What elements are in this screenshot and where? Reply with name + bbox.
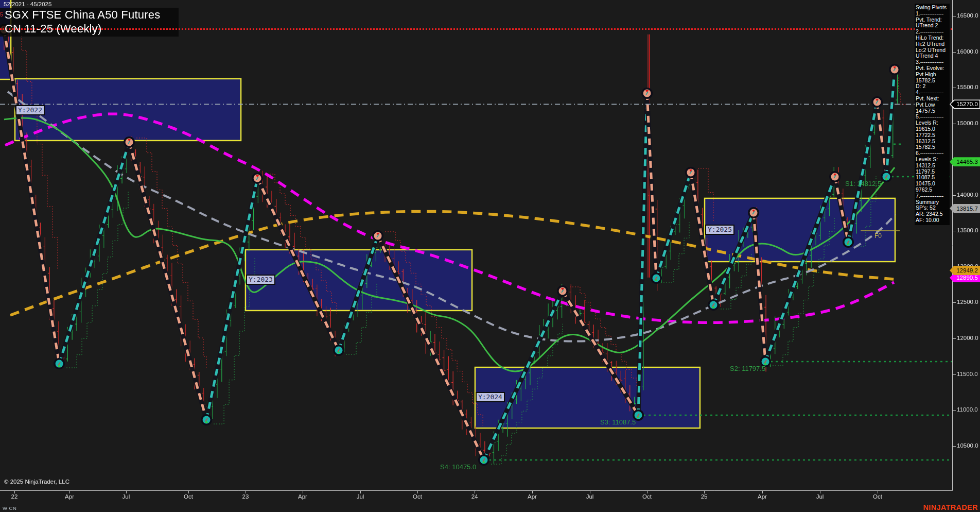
price-marker: 13815.7 xyxy=(950,204,980,213)
support-level-label: S3: 11087.5 xyxy=(600,418,636,426)
ninjatrader-logo: NINJATRADER xyxy=(923,503,978,511)
left-edge-clipped-text: 5 xyxy=(0,11,3,18)
time-axis-tick: Oct xyxy=(413,493,422,500)
price-axis-tick: 16500.0 xyxy=(957,12,978,19)
year-box-label: Y:2025 xyxy=(705,225,734,235)
contract-subtitle: CN 11-25 (Weekly) xyxy=(5,22,101,36)
time-axis-tick: 25 xyxy=(701,493,708,500)
price-axis-tick: 15500.0 xyxy=(957,84,978,90)
price-marker: 14465.3 xyxy=(950,157,980,166)
price-chart-canvas[interactable] xyxy=(0,0,980,512)
swing-pivots-panel-line: Pvt High xyxy=(916,72,950,78)
support-level-label: S4: 10475.0 xyxy=(440,463,476,471)
price-axis-tick: 14000.0 xyxy=(957,192,978,198)
price-axis-tick: 12500.0 xyxy=(957,299,978,305)
copyright-text: © 2025 NinjaTrader, LLC xyxy=(4,479,69,485)
visible-range-label: 52/2021 - 45/2025 xyxy=(4,1,51,7)
time-axis-tick: 23 xyxy=(242,493,249,500)
swing-pivots-panel-line: Levels S: xyxy=(916,157,950,163)
time-axis-tick: Apr xyxy=(298,493,307,500)
fib-f0-label: F0 xyxy=(874,232,882,240)
support-level-label: S2: 11797.5 xyxy=(730,365,765,372)
swing-pivots-panel-line: 17722.5 xyxy=(916,132,950,139)
time-axis-tick: 22 xyxy=(11,493,18,500)
price-axis-tick: 15000.0 xyxy=(957,120,978,126)
swing-pivots-panel-line: 1.------------- xyxy=(916,11,950,17)
price-marker-value: 12949.2 xyxy=(955,266,979,275)
time-axis-tick: Apr xyxy=(758,493,767,500)
price-axis-tick: 11500.0 xyxy=(957,371,978,377)
price-marker-value: 13815.7 xyxy=(955,204,979,213)
swing-pivots-panel-line: HiLo Trend: xyxy=(916,35,950,41)
time-axis-tick: Oct xyxy=(642,493,652,500)
swing-pivots-panel-line: 14312.5 xyxy=(916,163,950,169)
time-axis-tick: Jul xyxy=(586,493,594,500)
series-tag: W CN xyxy=(3,505,16,511)
swing-pivots-panel-line: 9762.5 xyxy=(916,187,950,193)
instrument-title: SGX FTSE China A50 Futures xyxy=(5,8,160,22)
swing-pivots-panel: Swing Pivots1.-------------Pvt. Trend:UT… xyxy=(915,4,950,225)
price-marker: 15270.0 xyxy=(950,99,980,109)
price-marker-value: 14465.3 xyxy=(955,157,979,166)
time-axis-tick: Oct xyxy=(184,493,193,500)
price-axis-tick: 12000.0 xyxy=(957,335,978,341)
time-axis-tick: Apr xyxy=(528,493,537,500)
swing-pivots-panel-line: Hi:2 UTrend xyxy=(916,41,950,47)
price-axis-tick: 13500.0 xyxy=(957,227,978,233)
price-axis-tick: 11000.0 xyxy=(957,406,978,413)
resistance-dotted-line xyxy=(0,28,952,30)
time-axis-tick: Jul xyxy=(816,493,824,500)
price-marker: 12949.2 xyxy=(950,266,980,275)
price-axis-tick: 16000.0 xyxy=(957,48,978,55)
swing-pivots-panel-line: 19615.0 xyxy=(916,126,950,132)
time-axis-tick: Apr xyxy=(65,493,74,500)
time-axis-tick: 24 xyxy=(471,493,478,500)
swing-pivots-panel-line: AF: 10.00 xyxy=(916,217,950,224)
price-marker-value: 15270.0 xyxy=(955,99,979,109)
year-box-label: Y:2024 xyxy=(476,392,505,402)
time-axis-tick: Jul xyxy=(122,493,130,500)
swing-pivots-panel-line: 7.------------- xyxy=(916,193,950,199)
price-axis-tick: 10500.0 xyxy=(957,442,978,449)
swing-pivots-panel-line: Pvt. Evolve: xyxy=(916,65,950,72)
swing-pivots-panel-line: Pvt. Next: xyxy=(916,96,950,102)
year-box-label: Y:2022 xyxy=(15,105,45,115)
support-level-label: S1: 14312.5 xyxy=(845,180,881,187)
time-axis-tick: Oct xyxy=(873,493,882,500)
year-box-label: Y:2023 xyxy=(246,275,275,285)
swing-pivots-panel-line: Pvt Low xyxy=(916,102,950,108)
chart-window: 52/2021 - 45/2025 SGX FTSE China A50 Fut… xyxy=(0,0,980,512)
time-axis-tick: Jul xyxy=(357,493,364,500)
